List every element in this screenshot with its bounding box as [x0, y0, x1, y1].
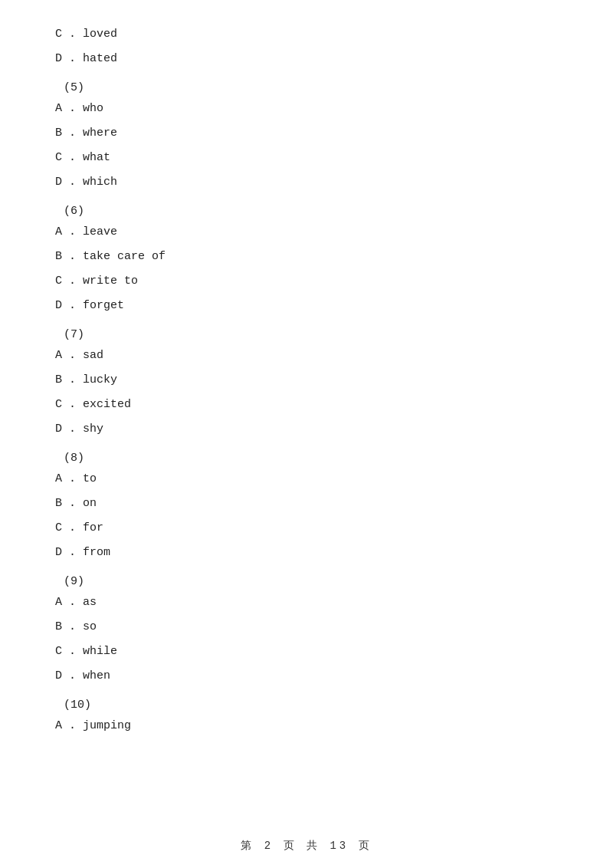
- option-9a: A . as: [54, 591, 559, 614]
- option-9d: D . when: [54, 665, 559, 688]
- option-7d: D . shy: [54, 418, 559, 441]
- option-7c: C . excited: [54, 393, 559, 416]
- option-9b: B . so: [54, 616, 559, 639]
- page-content: C . loved D . hated (5) A . who B . wher…: [0, 0, 613, 785]
- question-9-num: (9): [54, 575, 559, 588]
- question-8-num: (8): [54, 452, 559, 465]
- option-9c: C . while: [54, 640, 559, 663]
- option-c-loved: C . loved: [54, 23, 559, 46]
- option-8b: B . on: [54, 492, 559, 515]
- question-10-num: (10): [54, 699, 559, 712]
- option-6d: D . forget: [54, 294, 559, 317]
- page-footer-text: 第 2 页 共 13 页: [241, 840, 372, 852]
- option-6c: C . write to: [54, 270, 559, 293]
- option-8d: D . from: [54, 541, 559, 564]
- option-5a: A . who: [54, 97, 559, 120]
- option-10a: A . jumping: [54, 715, 559, 738]
- option-8a: A . to: [54, 468, 559, 491]
- option-5b: B . where: [54, 122, 559, 145]
- question-5-num: (5): [54, 81, 559, 94]
- option-7a: A . sad: [54, 344, 559, 367]
- option-8c: C . for: [54, 517, 559, 540]
- option-d-hated: D . hated: [54, 48, 559, 71]
- option-5d: D . which: [54, 171, 559, 194]
- page-footer: 第 2 页 共 13 页: [0, 839, 613, 853]
- option-6a: A . leave: [54, 221, 559, 244]
- option-7b: B . lucky: [54, 369, 559, 392]
- question-7-num: (7): [54, 328, 559, 341]
- question-6-num: (6): [54, 205, 559, 218]
- option-5c: C . what: [54, 146, 559, 169]
- option-6b: B . take care of: [54, 245, 559, 268]
